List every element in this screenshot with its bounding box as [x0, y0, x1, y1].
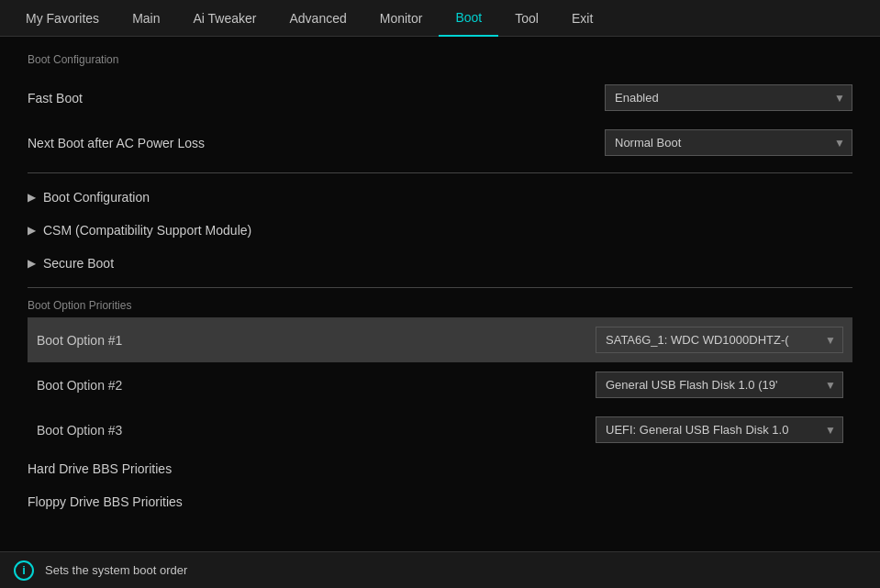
- main-content: Boot Configuration Fast Boot Enabled Dis…: [0, 37, 880, 551]
- secure-boot-collapsible[interactable]: ▶ Secure Boot: [28, 247, 852, 280]
- boot-option-3-label: Boot Option #3: [37, 423, 122, 438]
- boot-option-2-row[interactable]: Boot Option #2 General USB Flash Disk 1.…: [28, 362, 852, 407]
- boot-option-1-dropdown-container: SATA6G_1: WDC WD1000DHTZ-( ▼: [596, 327, 843, 353]
- nav-tool[interactable]: Tool: [498, 0, 555, 37]
- boot-option-3-row[interactable]: Boot Option #3 UEFI: General USB Flash D…: [28, 407, 852, 452]
- boot-config-chevron-icon: ▶: [28, 191, 36, 204]
- floppy-bbs-row[interactable]: Floppy Drive BBS Priorities: [28, 485, 852, 518]
- hard-drive-bbs-row[interactable]: Hard Drive BBS Priorities: [28, 452, 852, 485]
- boot-config-collapsible-label: Boot Configuration: [43, 190, 150, 205]
- nav-ai-tweaker[interactable]: Ai Tweaker: [176, 0, 273, 37]
- boot-config-collapsible[interactable]: ▶ Boot Configuration: [28, 181, 852, 214]
- boot-option-3-dropdown-container: UEFI: General USB Flash Disk 1.0 ▼: [596, 416, 843, 443]
- boot-priorities-label: Boot Option Priorities: [28, 299, 852, 312]
- csm-collapsible[interactable]: ▶ CSM (Compatibility Support Module): [28, 214, 852, 247]
- next-boot-label: Next Boot after AC Power Loss: [28, 136, 205, 150]
- status-text: Sets the system boot order: [45, 563, 187, 577]
- info-icon: i: [14, 560, 34, 581]
- boot-option-3-select[interactable]: UEFI: General USB Flash Disk 1.0: [596, 416, 843, 443]
- next-boot-row: Next Boot after AC Power Loss Normal Boo…: [28, 120, 852, 165]
- boot-option-2-label: Boot Option #2: [37, 378, 122, 393]
- next-boot-select[interactable]: Normal Boot Previous Boot State Power On…: [605, 129, 852, 156]
- nav-advanced[interactable]: Advanced: [273, 0, 362, 37]
- boot-option-1-row[interactable]: Boot Option #1 SATA6G_1: WDC WD1000DHTZ-…: [28, 317, 852, 362]
- boot-option-2-select[interactable]: General USB Flash Disk 1.0 (19': [596, 372, 843, 398]
- csm-collapsible-label: CSM (Compatibility Support Module): [43, 223, 251, 238]
- fast-boot-label: Fast Boot: [28, 91, 83, 105]
- boot-option-1-select[interactable]: SATA6G_1: WDC WD1000DHTZ-(: [596, 327, 843, 353]
- fast-boot-select[interactable]: Enabled Disabled: [605, 84, 852, 111]
- nav-exit[interactable]: Exit: [555, 0, 609, 37]
- navigation-bar: My Favorites Main Ai Tweaker Advanced Mo…: [0, 0, 880, 37]
- next-boot-dropdown-container: Normal Boot Previous Boot State Power On…: [605, 129, 852, 156]
- boot-option-1-label: Boot Option #1: [37, 333, 122, 348]
- nav-my-favorites[interactable]: My Favorites: [9, 0, 116, 37]
- fast-boot-dropdown-container: Enabled Disabled ▼: [605, 84, 852, 111]
- status-bar: i Sets the system boot order: [0, 551, 880, 588]
- secure-boot-chevron-icon: ▶: [28, 257, 36, 270]
- boot-configuration-section-label: Boot Configuration: [28, 53, 852, 66]
- boot-option-2-dropdown-container: General USB Flash Disk 1.0 (19' ▼: [596, 372, 843, 398]
- nav-monitor[interactable]: Monitor: [363, 0, 440, 37]
- fast-boot-row: Fast Boot Enabled Disabled ▼: [28, 75, 852, 120]
- divider-2: [28, 287, 852, 288]
- nav-main[interactable]: Main: [116, 0, 176, 37]
- secure-boot-collapsible-label: Secure Boot: [43, 256, 114, 271]
- nav-boot[interactable]: Boot: [439, 0, 498, 37]
- divider-1: [28, 172, 852, 173]
- csm-chevron-icon: ▶: [28, 224, 36, 237]
